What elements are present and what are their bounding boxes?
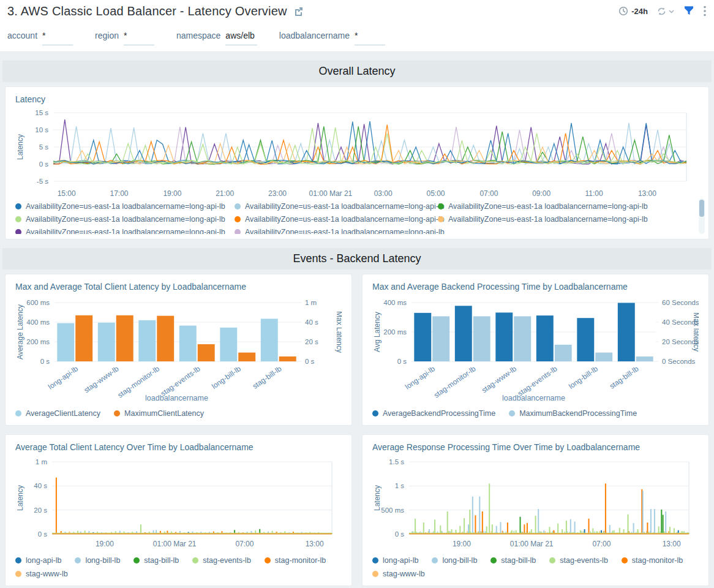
- legend-color-dot: [235, 216, 241, 222]
- panel-title-client-latency: Max and Average Total Client Latency by …: [15, 282, 343, 292]
- legend-color-dot: [133, 557, 140, 564]
- client-latency-bar-chart[interactable]: 600 ms400 ms200 ms0 s1 m40 s20 s0 sAvera…: [14, 294, 343, 404]
- legend-color-dot: [438, 203, 444, 209]
- lb-legend-item[interactable]: stag-monitor-lb: [265, 556, 326, 565]
- time-range-button[interactable]: -24h: [618, 6, 648, 16]
- legend-label: AvailabilityZone=us-east-1a loadbalancer…: [245, 215, 445, 224]
- dashboard-header: 3. AWS Classic Load Balancer - Latency O…: [0, 0, 714, 52]
- svg-text:stag-www-lb: stag-www-lb: [480, 364, 518, 395]
- filter-account[interactable]: account *: [7, 31, 73, 45]
- svg-text:0 s: 0 s: [40, 358, 50, 365]
- overall-legend-item[interactable]: AvailabilityZone=us-east-1a loadbalancer…: [235, 228, 438, 234]
- refresh-button[interactable]: [656, 6, 675, 17]
- lb-legend-item[interactable]: long-api-lb: [15, 556, 61, 565]
- svg-text:17:00: 17:00: [110, 189, 129, 198]
- svg-text:60 Seconds: 60 Seconds: [662, 299, 699, 306]
- legend-color-dot: [75, 557, 81, 564]
- panel-title-backend-time: Max and Average Backend Processing Time …: [372, 282, 700, 292]
- svg-text:stag-bill-lb: stag-bill-lb: [608, 364, 641, 391]
- filter-region-value[interactable]: *: [124, 31, 154, 45]
- panel-backend-time-by-lb: Max and Average Backend Processing Time …: [362, 274, 709, 426]
- filter-loadbalancername[interactable]: loadbalancername *: [279, 31, 385, 45]
- svg-text:01:00 Mar 21: 01:00 Mar 21: [309, 189, 353, 198]
- legend-label: stag-events-lb: [203, 556, 251, 565]
- legend-color-dot: [432, 557, 438, 564]
- series-legend-item[interactable]: MaximumClientLatency: [114, 409, 204, 418]
- legend-color-dot: [15, 557, 21, 564]
- clock-icon: [618, 6, 628, 16]
- filter-namespace-value[interactable]: aws/elb: [225, 31, 257, 45]
- svg-text:long-api-lb: long-api-lb: [404, 364, 437, 391]
- svg-text:03:00: 03:00: [374, 189, 393, 198]
- panel-client-latency-by-lb: Max and Average Total Client Latency by …: [5, 274, 352, 426]
- legend-color-dot: [15, 203, 21, 209]
- lb-legend-item[interactable]: stag-monitor-lb: [622, 556, 683, 565]
- client-latency-time-chart[interactable]: 1 m40 s20 s0 sLatency19:0001:00 Mar 2107…: [14, 454, 343, 551]
- svg-text:07:00: 07:00: [592, 540, 611, 548]
- panel-response-time-over-time: Average Response Processing Time Over Ti…: [362, 434, 709, 586]
- overall-latency-chart[interactable]: 15 s10 s5 s0 s-5 sLatency15:0017:0019:00…: [14, 107, 700, 198]
- overall-legend-item[interactable]: AvailabilityZone=us-east-1a loadbalancer…: [15, 228, 235, 234]
- svg-text:01:00 Mar 21: 01:00 Mar 21: [510, 540, 554, 548]
- legend-label: AvailabilityZone=us-east-1a loadbalancer…: [448, 202, 648, 211]
- overall-legend-item[interactable]: AvailabilityZone=us-east-1a loadbalancer…: [15, 215, 235, 224]
- filter-namespace[interactable]: namespace aws/elb: [176, 31, 257, 45]
- lb-legend-item[interactable]: stag-events-lb: [549, 556, 608, 565]
- legend-label: stag-www-lb: [383, 570, 425, 578]
- legend-label: AvailabilityZone=us-east-1a loadbalancer…: [245, 228, 445, 234]
- lb-legend-item[interactable]: stag-www-lb: [15, 570, 68, 578]
- svg-text:07:00: 07:00: [235, 540, 254, 548]
- lb-legend-item[interactable]: stag-www-lb: [372, 570, 425, 578]
- svg-text:23:00: 23:00: [268, 189, 287, 198]
- response-time-time-chart[interactable]: 1.5 s1 s500 ms0 sLatency19:0001:00 Mar 2…: [371, 454, 700, 551]
- legend-color-dot: [438, 216, 444, 222]
- refresh-icon: [656, 6, 667, 17]
- legend-color-dot: [114, 410, 120, 417]
- legend-color-dot: [15, 571, 21, 577]
- filter-region[interactable]: region *: [95, 31, 154, 45]
- svg-text:13:00: 13:00: [663, 540, 681, 548]
- svg-text:05:00: 05:00: [427, 189, 445, 198]
- legend-label: stag-events-lb: [560, 556, 608, 565]
- lb-legend-item[interactable]: long-bill-lb: [432, 556, 477, 565]
- legend-color-dot: [372, 410, 378, 417]
- lb-legend-item[interactable]: long-api-lb: [372, 556, 418, 565]
- filter-loadbalancername-value[interactable]: *: [355, 31, 385, 45]
- lb-legend-item[interactable]: stag-bill-lb: [490, 556, 536, 565]
- series-legend-item[interactable]: MaximumBackendProcessingTime: [509, 409, 637, 418]
- backend-time-bar-chart[interactable]: 400 ms200 ms0 s60 Seconds40 Seconds20 Se…: [371, 294, 700, 404]
- overall-legend-item[interactable]: AvailabilityZone=us-east-1a loadbalancer…: [235, 215, 438, 224]
- svg-text:stag-events-lb: stag-events-lb: [516, 364, 559, 398]
- legend-scrollbar[interactable]: [699, 198, 705, 234]
- lb-legend-item[interactable]: stag-bill-lb: [133, 556, 179, 565]
- svg-text:Latency: Latency: [16, 485, 24, 511]
- legend-label: AvailabilityZone=us-east-1a loadbalancer…: [26, 228, 225, 234]
- overall-legend-item[interactable]: AvailabilityZone=us-east-1a loadbalancer…: [438, 215, 700, 224]
- svg-text:200 ms: 200 ms: [383, 328, 407, 336]
- svg-text:15 s: 15 s: [35, 109, 48, 116]
- svg-text:loadbalancername: loadbalancername: [145, 394, 208, 402]
- legend-label: AvailabilityZone=us-east-1a loadbalancer…: [26, 215, 225, 224]
- legend-label: stag-www-lb: [26, 570, 68, 578]
- filter-account-value[interactable]: *: [42, 31, 73, 45]
- legend-label: stag-bill-lb: [144, 556, 179, 565]
- series-legend-item[interactable]: AverageBackendProcessingTime: [372, 409, 495, 418]
- overall-legend-item[interactable]: AvailabilityZone=us-east-1a loadbalancer…: [235, 202, 438, 211]
- legend-label: MaximumBackendProcessingTime: [519, 409, 637, 418]
- share-icon[interactable]: [293, 6, 304, 17]
- panel-title-response-time-over-time: Average Response Processing Time Over Ti…: [372, 442, 700, 452]
- svg-text:07:00: 07:00: [479, 189, 498, 198]
- series-legend-item[interactable]: AverageClientLatency: [15, 409, 100, 418]
- legend-color-dot: [622, 557, 628, 564]
- more-menu-icon[interactable]: [703, 5, 707, 17]
- svg-text:400 ms: 400 ms: [383, 299, 407, 306]
- legend-scrollbar-thumb[interactable]: [699, 200, 704, 217]
- legend-label: long-api-lb: [26, 556, 61, 565]
- overall-legend-item[interactable]: AvailabilityZone=us-east-1a loadbalancer…: [438, 202, 700, 211]
- lb-legend-item[interactable]: stag-events-lb: [192, 556, 251, 565]
- filter-icon[interactable]: [683, 6, 694, 17]
- legend-label: AvailabilityZone=us-east-1a loadbalancer…: [245, 202, 445, 211]
- lb-legend-item[interactable]: long-bill-lb: [75, 556, 120, 565]
- legend-color-dot: [235, 229, 241, 234]
- overall-legend-item[interactable]: AvailabilityZone=us-east-1a loadbalancer…: [15, 202, 235, 211]
